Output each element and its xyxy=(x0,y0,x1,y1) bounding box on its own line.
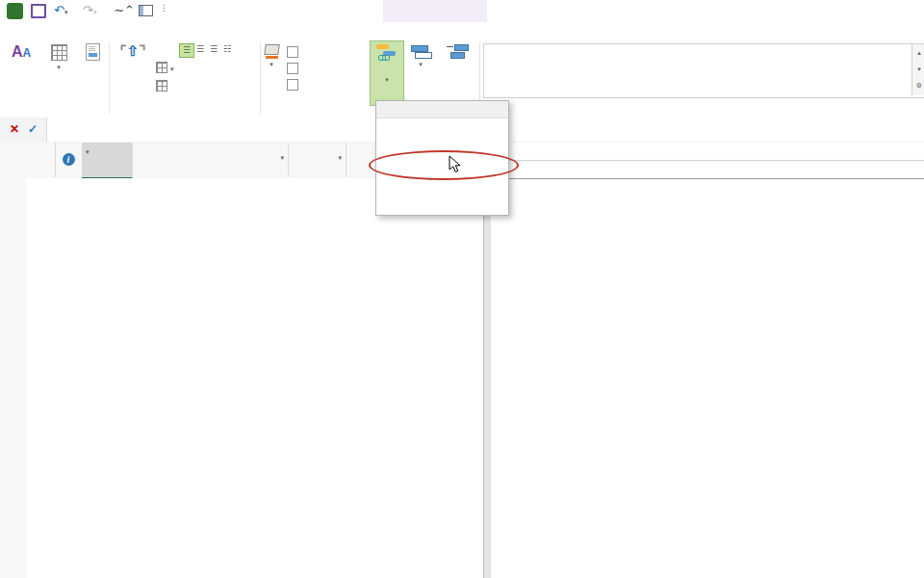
align-right-button[interactable]: ☰ xyxy=(210,44,218,54)
align-left-icon: ☰ xyxy=(179,43,194,58)
cancel-entry-icon[interactable]: ✕ xyxy=(10,122,19,136)
redo-icon[interactable]: ↷▾ xyxy=(83,3,96,17)
layout-button[interactable] xyxy=(77,42,108,102)
text-styles-button[interactable]: AA xyxy=(4,42,38,102)
window-title xyxy=(578,0,847,22)
save-icon[interactable] xyxy=(31,4,46,18)
slippage-button[interactable] xyxy=(438,42,476,102)
format-bars-button[interactable]: ▾ xyxy=(252,42,291,102)
critical-tasks-checkbox[interactable] xyxy=(287,46,298,58)
title-bar: ↶▾ ↷▾ ∼⌃ ⋮ xyxy=(0,0,924,22)
undo-icon[interactable]: ↶▾ xyxy=(54,3,67,17)
gridlines-button[interactable]: ▾ xyxy=(42,42,75,102)
paint-bucket-icon xyxy=(264,44,280,55)
view-title-strip xyxy=(0,143,27,578)
pane-icon[interactable] xyxy=(139,5,153,16)
gantt-chart-style-gallery: ▴▾⚙ xyxy=(483,43,924,98)
task-path-button[interactable]: ▾ xyxy=(370,40,404,106)
contextual-tab-group xyxy=(383,0,487,22)
align-left-button[interactable]: ☰ xyxy=(179,43,194,58)
info-icon: i xyxy=(63,153,75,166)
app-icon[interactable] xyxy=(7,3,23,19)
late-tasks-checkbox[interactable] xyxy=(287,79,298,91)
task-name-header[interactable]: ▾ xyxy=(128,143,289,177)
insert-column-icon: ⌜⇧⌝ xyxy=(115,42,151,60)
gridlines-icon xyxy=(51,44,67,61)
gantt-chart-style-group-label xyxy=(760,102,924,114)
baseline-button[interactable]: ▾ xyxy=(405,42,436,102)
gallery-scrollbar[interactable]: ▴▾⚙ xyxy=(911,44,924,95)
row-number-header[interactable] xyxy=(26,143,56,177)
format-group-label xyxy=(0,102,108,114)
slack-checkbox[interactable] xyxy=(287,63,298,74)
layout-icon xyxy=(86,43,100,61)
info-column-header[interactable]: i xyxy=(55,143,83,177)
ms-project-window: ↶▾ ↷▾ ∼⌃ ⋮ AA ▾ ⌜⇧⌝ xyxy=(0,0,924,578)
baseline-icon xyxy=(411,44,430,59)
task-table xyxy=(26,178,474,578)
align-center-button[interactable]: ☰ xyxy=(196,44,204,54)
column-settings-icon xyxy=(156,62,167,73)
custom-fields-icon xyxy=(156,80,167,92)
mouse-cursor xyxy=(449,155,462,176)
qat-customize-icon[interactable]: ⋮ xyxy=(160,3,168,13)
duration-header[interactable]: ▾ xyxy=(282,143,346,177)
gantt-chart-body xyxy=(491,143,924,578)
task-mode-header[interactable]: ▾ xyxy=(82,143,133,179)
ribbon-tab-row xyxy=(0,22,924,39)
columns-group-label xyxy=(109,102,260,114)
wrap-text-button[interactable]: ☷ xyxy=(223,44,231,54)
gantt-chart xyxy=(491,143,924,578)
slippage-icon xyxy=(447,44,468,59)
view-title-label xyxy=(6,504,23,578)
task-path-icon xyxy=(376,44,398,60)
task-path-menu xyxy=(375,100,509,216)
confirm-entry-icon[interactable]: ✓ xyxy=(28,122,38,136)
timeline-icon[interactable]: ∼⌃ xyxy=(114,3,135,17)
task-path-menu-header xyxy=(376,101,508,118)
text-styles-icon: AA xyxy=(4,42,38,63)
insert-column-button[interactable]: ⌜⇧⌝ xyxy=(115,42,151,102)
